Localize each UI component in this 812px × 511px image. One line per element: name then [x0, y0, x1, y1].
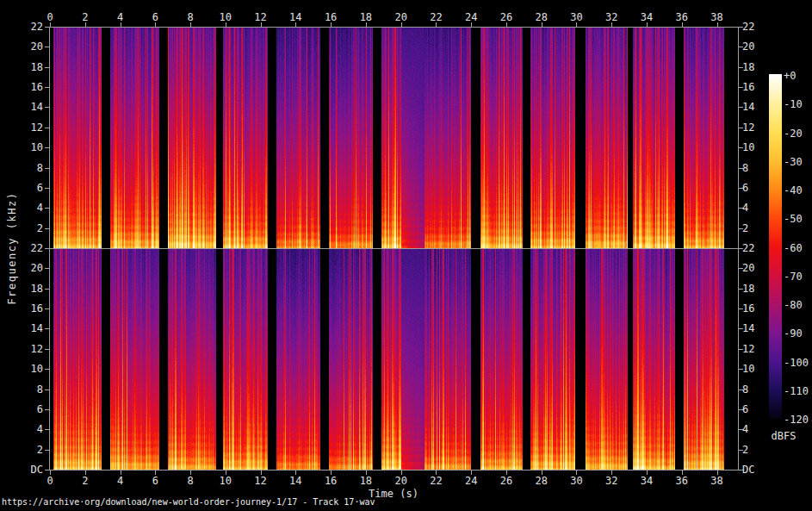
y-axis-tick-label: 2: [742, 444, 773, 456]
colorbar-tick-label: -110: [784, 385, 812, 397]
colorbar-tick-label: -40: [784, 184, 812, 196]
y-axis-tick-mark: [45, 409, 49, 410]
x-axis-tick-label: 6: [142, 475, 168, 487]
x-axis-tick-label: 38: [704, 475, 730, 487]
x-axis-tick-label: 30: [563, 475, 589, 487]
y-axis-tick-mark: [45, 208, 49, 209]
y-axis-tick-label: 14: [15, 101, 43, 113]
y-axis-tick-label: 2: [15, 444, 43, 456]
colorbar-tick-label: -50: [784, 213, 812, 225]
colorbar-tick-label: -90: [784, 327, 812, 340]
y-axis-tick-label: DC: [742, 464, 773, 476]
y-axis-tick-label: 8: [742, 383, 773, 396]
y-axis-tick-label: 20: [742, 41, 773, 53]
x-axis-tick-label: 16: [318, 475, 344, 487]
y-axis-tick-label: 6: [742, 182, 773, 194]
x-axis-tick-label: 20: [388, 11, 414, 23]
y-axis-tick-label: 16: [742, 81, 773, 93]
x-axis-tick-label: 32: [598, 475, 624, 487]
y-axis-tick-label: 12: [742, 122, 773, 134]
y-axis-tick-label: 12: [15, 343, 43, 355]
y-axis-tick-label: 4: [742, 202, 773, 214]
y-axis-tick-label: 20: [15, 262, 43, 274]
y-axis-tick-label: 4: [15, 202, 43, 214]
colorbar-tick-label: -100: [784, 357, 812, 369]
x-axis-tick-label: 16: [318, 11, 344, 23]
y-axis-tick-mark: [45, 308, 49, 309]
x-axis-tick-label: 24: [458, 475, 484, 487]
y-axis-tick-mark: [45, 67, 49, 68]
spectrogram-panel-channel-2: [49, 248, 739, 470]
y-axis-tick-label: 16: [15, 302, 43, 315]
y-axis-tick-label: 12: [15, 122, 43, 134]
y-axis-tick-mark: [45, 128, 49, 128]
y-axis-tick-label: 4: [742, 423, 773, 435]
y-axis-tick-label: 22: [742, 242, 773, 254]
y-axis-tick-label: 6: [15, 182, 43, 194]
x-axis-tick-label: 26: [493, 475, 519, 487]
x-axis-tick-label: 22: [423, 11, 449, 23]
x-axis-tick-label: 28: [529, 11, 555, 23]
y-axis-tick-label: 8: [15, 383, 43, 396]
y-axis-tick-label: 10: [742, 363, 773, 375]
y-axis-tick-label: 18: [742, 283, 773, 295]
colorbar-tick-label: -20: [784, 128, 812, 140]
x-axis-tick-label: 28: [529, 475, 555, 487]
y-axis-tick-mark: [45, 429, 49, 430]
y-axis-tick-label: 20: [15, 41, 43, 53]
y-axis-tick-label: 14: [742, 322, 773, 334]
y-axis-tick-label: 12: [742, 343, 773, 355]
y-axis-tick-label: 14: [742, 101, 773, 113]
x-axis-tick-label: 26: [493, 11, 519, 23]
x-axis-tick-label: 38: [704, 11, 730, 23]
x-axis-tick-label: 36: [669, 11, 695, 23]
y-axis-tick-label: 10: [15, 363, 43, 375]
y-axis-tick-label: 8: [15, 162, 43, 174]
x-axis-tick-label: 18: [353, 11, 379, 23]
y-axis-tick-label: 16: [742, 302, 773, 315]
y-axis-tick-label: 6: [15, 403, 43, 415]
y-axis-tick-label: 18: [15, 61, 43, 73]
y-axis-tick-label: 6: [742, 403, 773, 415]
y-axis-tick-mark: [45, 248, 49, 249]
y-axis-tick-mark: [45, 268, 49, 269]
y-axis-tick-label: 18: [742, 61, 773, 73]
x-axis-tick-label: 32: [598, 11, 624, 23]
x-axis-tick-label: 2: [72, 475, 98, 487]
x-axis-tick-label: 4: [108, 11, 133, 23]
y-axis-tick-label: 20: [742, 262, 773, 274]
x-axis-tick-label: 34: [634, 475, 660, 487]
y-axis-tick-mark: [45, 389, 49, 390]
x-axis-tick-label: 10: [213, 475, 239, 487]
x-axis-tick-label: 30: [563, 11, 589, 23]
colorbar-tick-label: -10: [784, 98, 812, 110]
spectrogram-figure: Frequency (kHz) dBFS Time (s) https://ar…: [0, 0, 812, 511]
y-axis-tick-mark: [45, 369, 49, 370]
y-axis-tick-label: 22: [742, 21, 773, 33]
colorbar-tick-label: -30: [784, 156, 812, 168]
x-axis-tick-label: 0: [37, 475, 63, 487]
x-axis-tick-label: 12: [248, 475, 274, 487]
y-axis-tick-label: 22: [15, 242, 43, 254]
x-axis-tick-label: 20: [388, 475, 414, 487]
y-axis-tick-mark: [45, 349, 49, 350]
colorbar-tick-label: +0: [784, 70, 812, 82]
x-axis-tick-label: 34: [634, 11, 660, 23]
x-axis-tick-label: 36: [669, 475, 695, 487]
x-axis-tick-label: 14: [282, 11, 308, 23]
spectrogram-panel-channel-1: [49, 27, 739, 249]
y-axis-tick-mark: [45, 147, 49, 148]
y-axis-tick-mark: [45, 450, 49, 451]
x-axis-tick-label: 14: [282, 475, 308, 487]
colorbar-tick-label: -120: [784, 414, 812, 426]
y-axis-tick-label: DC: [15, 464, 43, 476]
y-axis-tick-label: 10: [742, 141, 773, 153]
y-axis-tick-label: 14: [15, 322, 43, 334]
y-axis-tick-mark: [45, 289, 49, 290]
x-axis-tick-label: 24: [458, 11, 484, 23]
y-axis-tick-mark: [45, 87, 49, 88]
y-axis-tick-mark: [45, 107, 49, 108]
colorbar-tick-label: -60: [784, 242, 812, 254]
y-axis-tick-mark: [45, 470, 49, 470]
y-axis-tick-mark: [45, 228, 49, 229]
